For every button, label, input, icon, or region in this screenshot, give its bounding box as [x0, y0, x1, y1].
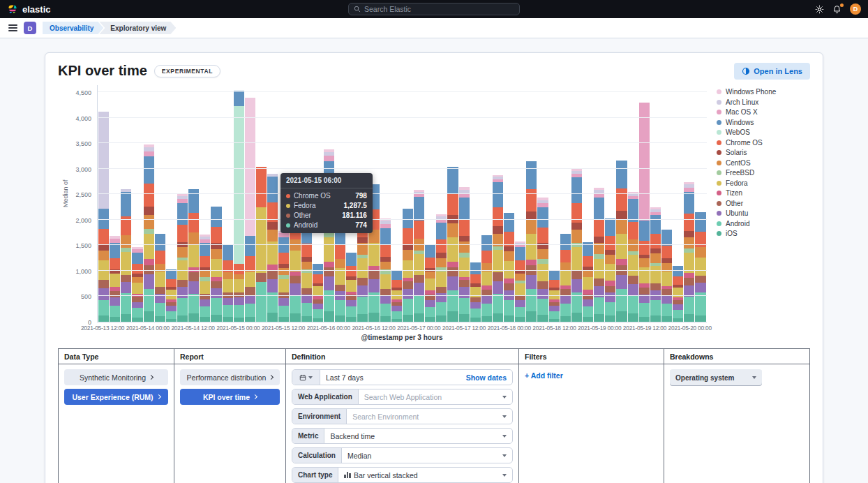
legend-item[interactable]: Other	[717, 200, 810, 207]
legend-item[interactable]: Tizen	[717, 189, 810, 197]
legend-item[interactable]: Android	[717, 220, 810, 228]
bar-segment	[346, 280, 357, 292]
notifications-bell-icon[interactable]	[832, 5, 841, 14]
definition-field-environment[interactable]: EnvironmentSearch Environment	[292, 408, 513, 424]
bar-segment	[459, 198, 470, 219]
legend-item[interactable]: Solaris	[717, 149, 810, 156]
calendar-button[interactable]	[292, 370, 320, 385]
bar-segment	[583, 277, 593, 290]
chart-bar[interactable]	[234, 91, 244, 322]
bar-segment	[470, 274, 481, 283]
date-range-picker[interactable]: Last 7 days Show dates	[292, 369, 513, 385]
chart-bar[interactable]	[526, 161, 537, 322]
chart-bar[interactable]	[223, 245, 233, 322]
global-search-input[interactable]: Search Elastic	[348, 3, 520, 15]
chart-bar[interactable]	[695, 212, 705, 322]
chart-bar[interactable]	[571, 169, 582, 322]
chart-bar[interactable]	[211, 207, 221, 322]
bar-segment	[639, 317, 650, 322]
breadcrumb-exploratory-view[interactable]: Exploratory view	[99, 22, 176, 34]
bar-segment	[368, 313, 379, 322]
bar-segment	[425, 272, 435, 278]
chart-bar[interactable]	[515, 242, 525, 322]
bar-segment	[211, 298, 221, 314]
chart-bar[interactable]	[121, 189, 131, 322]
chart-bar[interactable]	[267, 174, 278, 322]
show-dates-link[interactable]: Show dates	[466, 373, 512, 382]
legend-item[interactable]: Windows Phone	[717, 88, 810, 96]
bar-segment	[537, 264, 548, 282]
legend-item[interactable]: Chrome OS	[717, 139, 810, 147]
date-range-value[interactable]: Last 7 days	[320, 373, 466, 382]
chart-bar[interactable]	[560, 234, 571, 322]
user-avatar[interactable]: D	[850, 3, 861, 15]
field-placeholder[interactable]: Search Environment	[347, 413, 502, 421]
space-badge[interactable]: D	[24, 22, 36, 34]
chart-bar[interactable]	[481, 235, 492, 322]
legend-item[interactable]: WebOS	[717, 128, 810, 136]
chart-bar[interactable]	[436, 214, 447, 322]
x-tick-label: 2021-05-15 12:00	[262, 325, 305, 332]
chart-bar[interactable]	[403, 209, 413, 322]
chart-bar[interactable]	[110, 236, 120, 322]
chart-bar[interactable]	[335, 226, 345, 322]
chart-bar[interactable]	[616, 161, 627, 322]
breakdown-select[interactable]: Operating system	[670, 369, 762, 386]
chart-bar[interactable]	[661, 230, 672, 322]
definition-field-web-application[interactable]: Web ApplicationSearch Web Application	[292, 389, 513, 405]
breadcrumb-observability[interactable]: Observability	[43, 22, 103, 34]
settings-gear-icon[interactable]	[815, 5, 824, 14]
chart-bar[interactable]	[132, 247, 142, 322]
global-header: elastic Search Elastic D	[0, 0, 868, 18]
chart-bar[interactable]	[470, 262, 481, 322]
legend-item[interactable]: FreeBSD	[717, 169, 810, 177]
chart-bar[interactable]	[639, 103, 650, 322]
legend-item[interactable]: Windows	[717, 119, 810, 126]
legend-item[interactable]: CentOS	[717, 159, 810, 167]
report-button[interactable]: Performance distribution	[180, 369, 280, 385]
field-value[interactable]: Bar vertical stacked	[338, 471, 502, 480]
chart-bar[interactable]	[459, 187, 470, 322]
legend-item[interactable]: Fedora	[717, 179, 810, 187]
bar-segment	[504, 283, 514, 290]
chart-bar[interactable]	[650, 207, 661, 322]
field-value[interactable]: Median	[342, 452, 502, 460]
menu-hamburger-icon[interactable]	[8, 24, 17, 31]
chart-bar[interactable]	[313, 264, 323, 322]
definition-field-calculation[interactable]: CalculationMedian	[292, 447, 513, 463]
data-type-button[interactable]: Synthetic Monitoring	[64, 369, 168, 385]
open-in-lens-button[interactable]: Open in Lens	[734, 63, 810, 80]
chart-bar[interactable]	[425, 244, 435, 322]
chart-bar[interactable]	[628, 192, 638, 322]
legend-item[interactable]: Arch Linux	[717, 98, 810, 106]
chart-bar[interactable]	[346, 253, 357, 322]
legend-item[interactable]: Ubuntu	[717, 209, 810, 217]
chart-bar[interactable]	[594, 188, 604, 322]
data-type-button[interactable]: User Experience (RUM)	[64, 389, 168, 405]
definition-field-chart-type[interactable]: Chart typeBar vertical stacked	[292, 467, 513, 483]
chart-bar[interactable]	[673, 266, 683, 322]
chart-bar[interactable]	[188, 189, 199, 322]
bar-segment	[290, 313, 300, 322]
legend-item[interactable]: Mac OS X	[717, 108, 810, 116]
legend-item[interactable]: iOS	[717, 230, 810, 237]
chart-bar[interactable]	[504, 213, 514, 322]
bar-segment	[166, 269, 177, 280]
chart-bar[interactable]	[177, 194, 188, 322]
chart-bar[interactable]	[583, 242, 593, 322]
chart-bar[interactable]	[200, 235, 210, 322]
elastic-brand[interactable]: elastic	[7, 3, 50, 15]
chart-bar[interactable]	[155, 234, 165, 322]
chart-bar[interactable]	[414, 190, 424, 322]
chart-bar[interactable]	[493, 175, 503, 322]
bar-segment	[234, 264, 244, 274]
chart-bar[interactable]	[684, 182, 694, 322]
field-placeholder[interactable]: Search Web Application	[359, 393, 502, 401]
add-filter-button[interactable]: + Add filter	[525, 369, 658, 380]
field-value[interactable]: Backend time	[324, 432, 502, 440]
chart-bar[interactable]	[537, 198, 548, 322]
chart-bar[interactable]	[245, 98, 255, 322]
definition-field-metric[interactable]: MetricBackend time	[292, 428, 513, 444]
report-button[interactable]: KPI over time	[180, 389, 280, 405]
chart-bar[interactable]	[301, 221, 312, 322]
